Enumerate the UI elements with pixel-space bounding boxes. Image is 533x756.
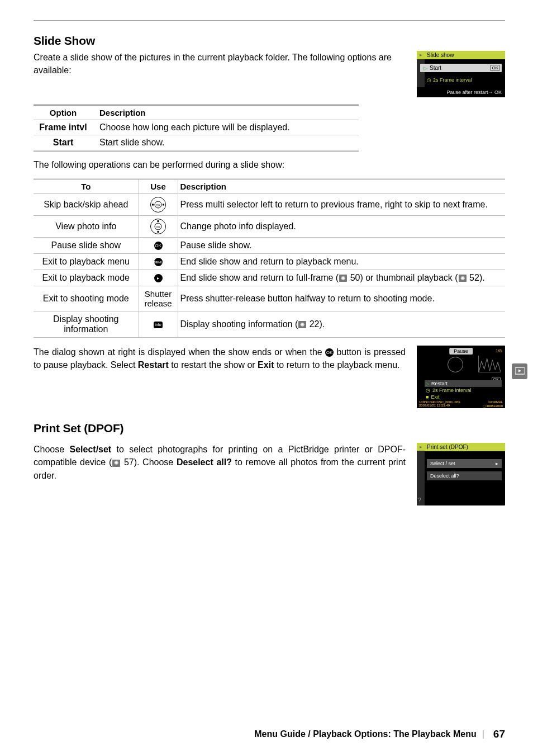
- info-button-icon: info: [154, 322, 163, 328]
- ops-use-3: MENU: [139, 254, 178, 270]
- lcd2-restart-row: ▷Restart: [425, 380, 502, 387]
- page-ref-icon: ✺: [339, 275, 347, 282]
- ops-use-2: OK: [139, 238, 178, 254]
- slide-show-heading: Slide Show: [34, 34, 505, 48]
- lcd2-counter: 1/8: [496, 348, 502, 353]
- desc-start: Start slide show.: [95, 135, 359, 151]
- lcd3-select-set: Select / set▸: [427, 459, 502, 468]
- ok-button-icon-inline: OK: [325, 348, 334, 357]
- play-triangle-icon: ▷: [423, 65, 427, 71]
- lcd2-interval-row: ◷2s Frame interval: [425, 387, 502, 394]
- clock-icon: ◷: [427, 77, 431, 83]
- stop-icon: ■: [426, 394, 429, 400]
- ops-desc-6: Display shooting information (✺ 22).: [178, 311, 505, 338]
- mid-paragraph: The following operations can be performe…: [34, 158, 505, 171]
- page-ref-icon: ✺: [298, 321, 306, 328]
- lcd1-start-row: ▷ Start OK: [420, 64, 502, 72]
- ops-desc-1: Change photo info displayed.: [178, 216, 505, 238]
- page-number: 67: [493, 728, 505, 740]
- lcd1-interval-row: ◷ 2s Frame interval: [427, 77, 502, 83]
- page-ref-icon: ✺: [112, 460, 120, 467]
- lcd2-footer: 100NCD40 DSC_0001.JPG2007/01/01 13:53:49…: [417, 400, 505, 408]
- lcd1-title: Slide show: [417, 51, 505, 59]
- option-start: Start: [34, 135, 95, 151]
- print-set-heading: Print Set (DPOF): [34, 422, 505, 435]
- ops-desc-0: Press multi selector left to return to p…: [178, 194, 505, 216]
- ops-to-1: View photo info: [34, 216, 139, 238]
- lcd-pause-screenshot: Pause 1/8 OK ▷Restart ◷2s Frame interval…: [417, 346, 505, 408]
- options-head-option: Option: [34, 105, 95, 120]
- footer-separator: |: [482, 729, 484, 739]
- ops-use-5: Shutter release: [139, 286, 178, 311]
- options-head-description: Description: [95, 105, 359, 120]
- dialog-section: The dialog shown at right is displayed w…: [34, 346, 505, 408]
- ops-desc-4: End slide show and return to full-frame …: [178, 270, 505, 286]
- options-table: Option Description Frame intvl Choose ho…: [34, 104, 359, 152]
- lcd1-interval: 2s Frame interval: [433, 77, 472, 83]
- multi-selector-ud-icon: [150, 219, 166, 234]
- face-outline-icon: [448, 357, 463, 372]
- slide-show-intro-text: Create a slide show of the pictures in t…: [34, 51, 406, 97]
- ops-desc-3: End slide show and return to playback me…: [178, 254, 505, 270]
- footer-text: Menu Guide / Playback Options: The Playb…: [254, 729, 476, 739]
- playback-tab-icon: [512, 363, 527, 379]
- chevron-right-icon: ▸: [496, 461, 498, 466]
- ops-use-0: [139, 194, 178, 216]
- lcd-slideshow-screenshot: Slide show ▷ Start OK ◷ 2s Frame interva…: [417, 51, 505, 97]
- ops-desc-5: Press shutter-release button halfway to …: [178, 286, 505, 311]
- ops-desc-2: Pause slide show.: [178, 238, 505, 254]
- ops-head-to: To: [34, 179, 139, 194]
- page-ref-icon: ✺: [459, 275, 467, 282]
- option-frame-intvl: Frame intvl: [34, 120, 95, 135]
- histogram-icon: [478, 356, 501, 372]
- operations-table: To Use Description Skip back/skip ahead …: [34, 178, 505, 338]
- ops-to-2: Pause slide show: [34, 238, 139, 254]
- desc-frame-intvl: Choose how long each picture will be dis…: [95, 120, 359, 135]
- menu-button-icon: MENU: [154, 258, 163, 266]
- play-triangle-icon: ▷: [426, 381, 429, 386]
- ops-to-5: Exit to shooting mode: [34, 286, 139, 311]
- help-icon: ?: [418, 497, 421, 503]
- lcd2-pause: Pause: [449, 348, 473, 355]
- top-rule: [34, 20, 505, 21]
- ops-use-4: ▸: [139, 270, 178, 286]
- ops-to-4: Exit to playback mode: [34, 270, 139, 286]
- dialog-paragraph: The dialog shown at right is displayed w…: [34, 346, 406, 408]
- ops-use-6: info: [139, 311, 178, 338]
- lcd1-footer: Pause after restart→ OK: [417, 87, 505, 97]
- ops-head-description: Description: [178, 179, 505, 194]
- print-set-paragraph: Choose Select/set to select photographs …: [34, 443, 406, 505]
- ops-to-6: Display shooting information: [34, 311, 139, 338]
- svg-marker-1: [518, 370, 521, 372]
- page-footer: Menu Guide / Playback Options: The Playb…: [34, 728, 505, 740]
- lcd3-deselect-all: Deselect all?: [427, 471, 502, 480]
- ok-button-icon: OK: [154, 242, 163, 250]
- ops-head-use: Use: [139, 179, 178, 194]
- ok-badge-icon: OK: [490, 65, 500, 71]
- lcd1-start-label: Start: [430, 65, 441, 71]
- ops-use-1: [139, 216, 178, 238]
- lcd3-title: Print set (DPOF): [417, 443, 505, 451]
- slide-show-intro-row: Create a slide show of the pictures in t…: [34, 51, 505, 97]
- ops-to-3: Exit to playback menu: [34, 254, 139, 270]
- lcd-printset-screenshot: Print set (DPOF) Select / set▸ Deselect …: [417, 443, 505, 505]
- clock-icon: ◷: [426, 388, 430, 393]
- playback-button-icon: ▸: [154, 274, 163, 282]
- print-set-section: Choose Select/set to select photographs …: [34, 443, 505, 505]
- ops-to-0: Skip back/skip ahead: [34, 194, 139, 216]
- multi-selector-lr-icon: [150, 197, 166, 212]
